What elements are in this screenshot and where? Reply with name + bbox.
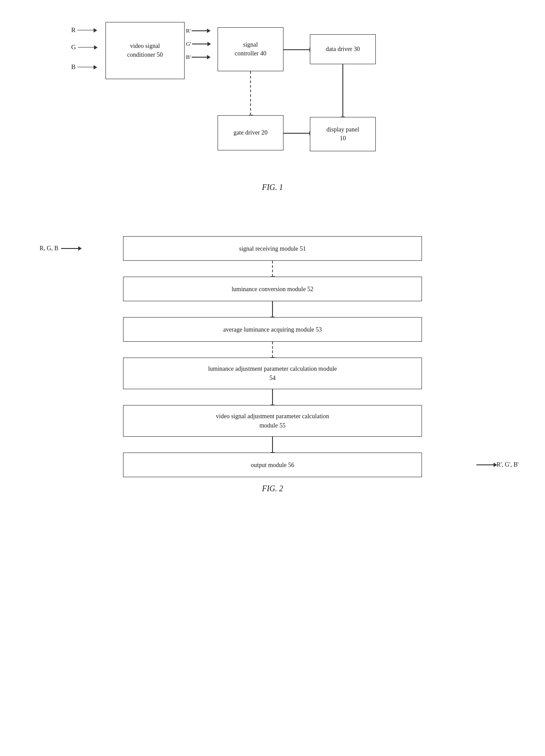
- module-6-label: output module 56: [251, 460, 294, 470]
- dashed-arrow-1: [272, 261, 273, 277]
- r-prime-row: R': [186, 27, 208, 34]
- arrow-R: [77, 30, 94, 31]
- connector-1: [272, 261, 273, 277]
- g-prime-label: G': [186, 40, 191, 47]
- module-2-label: luminance conversion module 52: [232, 285, 313, 294]
- arrow-g-prime: [192, 44, 208, 44]
- arrow-b-prime: [192, 57, 207, 58]
- fig2-output-text: R', G', B': [497, 461, 519, 468]
- display-panel-box: display panel10: [310, 117, 376, 151]
- input-B: B: [71, 63, 94, 71]
- arrow-output: [476, 464, 494, 465]
- data-driver-label: data driver 30: [326, 45, 360, 54]
- module-3-label: average luminance acquiring module 53: [223, 325, 322, 334]
- display-panel-label: display panel10: [327, 125, 359, 142]
- gate-driver-box: gate driver 20: [218, 115, 283, 150]
- fig2-input-text: R, G, B: [40, 245, 58, 252]
- connector-2: [272, 301, 273, 317]
- dashed-sc-gd: [250, 71, 251, 115]
- module-2-box: luminance conversion module 52: [123, 277, 422, 301]
- module-1-label: signal receiving module 51: [239, 244, 306, 253]
- module-5-box: video signal adjustment parameter calcul…: [123, 405, 422, 437]
- module-4-label: luminance adjustment parameter calculati…: [208, 364, 337, 383]
- row-module-6: output module 56 R', G', B': [97, 453, 448, 477]
- input-G: G: [71, 44, 94, 51]
- arrow-B: [77, 67, 94, 68]
- solid-arrow-2: [272, 301, 273, 317]
- row-module-2: luminance conversion module 52: [97, 277, 448, 301]
- signal-controller-box: signalcontroller 40: [218, 27, 283, 71]
- fig2-caption: FIG. 2: [262, 484, 283, 493]
- solid-arrow-5: [272, 437, 273, 453]
- arrow-sc-dd: [283, 49, 310, 50]
- module-4-box: luminance adjustment parameter calculati…: [123, 358, 422, 389]
- row-module-3: average luminance acquiring module 53: [97, 317, 448, 342]
- data-driver-box: data driver 30: [310, 34, 376, 64]
- r-prime-label: R': [186, 27, 191, 34]
- fig1-caption: FIG. 1: [262, 183, 283, 192]
- label-R: R: [71, 26, 76, 34]
- arrow-dd-dp: [342, 64, 343, 117]
- video-signal-conditioner-label: video signalconditioner 50: [127, 42, 163, 59]
- dashed-arrow-3: [272, 342, 273, 358]
- connector-4: [272, 389, 273, 405]
- video-signal-conditioner-box: video signalconditioner 50: [105, 22, 185, 79]
- fig1-diagram: R G B video signalconditioner 50: [62, 18, 483, 176]
- fig1-inputs: R G B: [71, 26, 94, 71]
- row-module-5: video signal adjustment parameter calcul…: [97, 405, 448, 437]
- figures-container: R G B video signalconditioner 50: [26, 18, 519, 493]
- signal-controller-label: signalcontroller 40: [235, 40, 266, 58]
- gate-driver-label: gate driver 20: [233, 128, 268, 137]
- fig2-input-label: R, G, B: [40, 245, 79, 252]
- input-R: R: [71, 26, 94, 34]
- connector-3: [272, 342, 273, 358]
- arrow-G: [78, 47, 94, 48]
- b-prime-label: B': [186, 54, 191, 61]
- solid-arrow-4: [272, 389, 273, 405]
- module-1-box: signal receiving module 51: [123, 236, 422, 261]
- fig2-output-label: R', G', B': [476, 461, 519, 468]
- row-module-1: R, G, B signal receiving module 51: [97, 236, 448, 261]
- fig2-diagram: R, G, B signal receiving module 51 lumin…: [97, 236, 448, 477]
- figure-1: R G B video signalconditioner 50: [26, 18, 519, 192]
- row-module-4: luminance adjustment parameter calculati…: [97, 358, 448, 389]
- g-prime-row: G': [186, 40, 208, 47]
- primed-signals: R' G' B': [186, 27, 208, 61]
- arrow-r-prime: [192, 30, 207, 31]
- arrow-input: [61, 248, 79, 249]
- module-5-label: video signal adjustment parameter calcul…: [216, 412, 329, 430]
- module-3-box: average luminance acquiring module 53: [123, 317, 422, 342]
- arrow-gd-dp: [283, 133, 310, 134]
- label-G: G: [71, 44, 76, 51]
- connector-5: [272, 437, 273, 453]
- label-B: B: [71, 63, 76, 71]
- b-prime-row: B': [186, 54, 208, 61]
- module-6-box: output module 56: [123, 453, 422, 477]
- figure-2: R, G, B signal receiving module 51 lumin…: [26, 236, 519, 493]
